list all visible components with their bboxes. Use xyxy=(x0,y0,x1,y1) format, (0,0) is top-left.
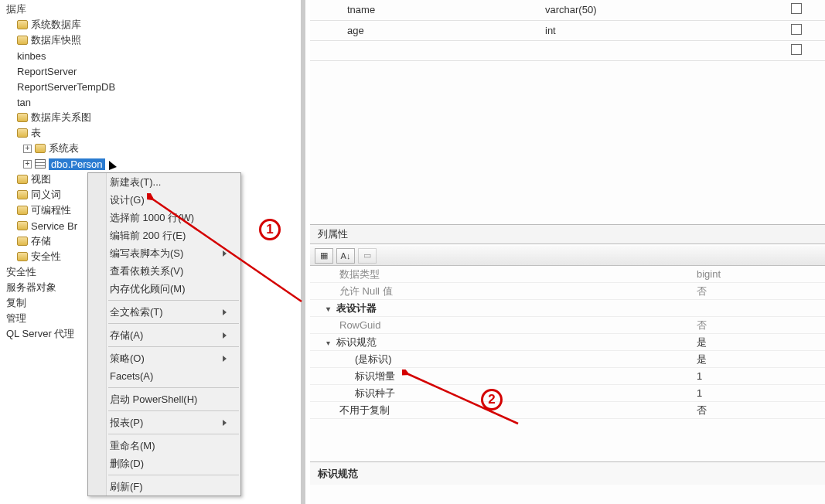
properties-grid: 数据类型 bigint 允许 Null 值 否 ▾表设计器 RowGuid 否 … xyxy=(310,266,825,458)
prop-value: 否 xyxy=(697,318,825,332)
folder-icon xyxy=(17,175,28,184)
checkbox-icon[interactable] xyxy=(791,44,802,55)
mouse-pointer-icon xyxy=(109,161,117,170)
folder-icon xyxy=(17,20,28,29)
prop-value: 1 xyxy=(697,387,825,399)
chevron-right-icon xyxy=(223,250,227,257)
cm-item-policy[interactable]: 策略(O) xyxy=(88,349,240,367)
chevron-right-icon xyxy=(223,332,227,339)
annotation-badge-1: 1 xyxy=(259,219,281,240)
tree-node-reportserver[interactable]: ReportServer xyxy=(0,63,301,79)
columns-table: tname varchar(50) age int xyxy=(310,0,825,61)
prop-row-identseed[interactable]: 标识种子 1 xyxy=(310,385,825,402)
context-menu-separator xyxy=(108,387,239,388)
alphabetical-button[interactable]: A↓ xyxy=(336,248,355,264)
cm-item-edit-200[interactable]: 编辑前 200 行(E) xyxy=(88,226,240,244)
tree-node-kinbes[interactable]: kinbes xyxy=(0,48,301,63)
column-type-cell[interactable]: int xyxy=(539,20,768,40)
context-menu-separator xyxy=(108,475,239,475)
table-row[interactable]: tname varchar(50) xyxy=(310,0,825,20)
properties-page-button[interactable]: ▭ xyxy=(358,248,377,264)
chevron-right-icon xyxy=(223,420,227,426)
prop-label: 标识种子 xyxy=(310,387,697,400)
tree-node-db-root[interactable]: 据库 xyxy=(0,2,301,17)
column-type-cell[interactable]: varchar(50) xyxy=(539,0,768,20)
tree-node-sys-db[interactable]: 系统数据库 xyxy=(0,17,301,32)
column-name-cell[interactable]: age xyxy=(310,20,539,40)
properties-toolbar: ▦ A↓ ▭ xyxy=(310,246,825,266)
column-null-cell[interactable] xyxy=(768,0,825,20)
tree-node-snapshot[interactable]: 数据库快照 xyxy=(0,32,301,48)
prop-value: 否 xyxy=(697,284,825,298)
context-menu-separator xyxy=(108,323,239,324)
chevron-down-icon[interactable]: ▾ xyxy=(324,305,332,312)
cm-item-fulltext[interactable]: 全文检索(T) xyxy=(88,303,240,321)
table-row[interactable]: age int xyxy=(310,20,825,40)
designer-panel: tname varchar(50) age int 列属性 ▦ A↓ ▭ 数据类… xyxy=(310,0,825,504)
tree-node-reportservertemp[interactable]: ReportServerTempDB xyxy=(0,79,301,94)
context-menu: 新建表(T)... 设计(G) 选择前 1000 行(W) 编辑前 200 行(… xyxy=(87,172,241,496)
prop-row-notforrepl[interactable]: 不用于复制 否 xyxy=(310,402,825,419)
prop-row-identspec[interactable]: ▾标识规范 是 xyxy=(310,334,825,351)
prop-value: 否 xyxy=(697,404,825,417)
folder-icon xyxy=(17,252,28,261)
checkbox-icon[interactable] xyxy=(791,3,802,14)
cm-item-refresh[interactable]: 刷新(F) xyxy=(88,478,240,495)
checkbox-icon[interactable] xyxy=(791,24,802,35)
prop-value: 是 xyxy=(697,352,825,366)
tree-node-tan[interactable]: tan xyxy=(0,94,301,110)
cm-item-delete[interactable]: 删除(D) xyxy=(88,455,240,472)
chevron-down-icon[interactable]: ▾ xyxy=(324,339,332,346)
cm-item-rename[interactable]: 重命名(M) xyxy=(88,437,240,455)
tree-node-systables[interactable]: +系统表 xyxy=(0,141,301,156)
tree-node-dbo-person[interactable]: + dbo.Person xyxy=(0,156,301,172)
prop-value: 1 xyxy=(697,370,825,382)
cm-item-reports[interactable]: 报表(P) xyxy=(88,414,240,431)
cm-item-memopt[interactable]: 内存优化顾问(M) xyxy=(88,280,240,298)
prop-label: 不用于复制 xyxy=(310,404,697,417)
prop-row-isident[interactable]: (是标识) 是 xyxy=(310,351,825,368)
table-icon xyxy=(35,159,46,169)
properties-header: 列属性 xyxy=(310,224,825,244)
prop-row-identincr[interactable]: 标识增量 1 xyxy=(310,368,825,385)
table-row[interactable] xyxy=(310,40,825,60)
cm-item-dependencies[interactable]: 查看依赖关系(V) xyxy=(88,262,240,280)
folder-icon xyxy=(17,206,28,215)
prop-label: ▾标识规范 xyxy=(310,335,697,349)
context-menu-separator xyxy=(108,434,239,434)
categorized-button[interactable]: ▦ xyxy=(315,248,333,264)
folder-icon xyxy=(17,36,28,45)
cm-item-script-as[interactable]: 编写表脚本为(S) xyxy=(88,244,240,262)
prop-label: RowGuid xyxy=(310,319,697,331)
prop-row-rowguid[interactable]: RowGuid 否 xyxy=(310,317,825,334)
prop-row-datatype[interactable]: 数据类型 bigint xyxy=(310,266,825,283)
cm-item-new-table[interactable]: 新建表(T)... xyxy=(88,173,240,191)
cm-item-design[interactable]: 设计(G) xyxy=(88,191,240,209)
folder-icon xyxy=(17,221,28,230)
prop-value: 是 xyxy=(697,335,825,349)
prop-value: bigint xyxy=(697,268,825,280)
context-menu-separator xyxy=(108,346,239,347)
folder-icon xyxy=(17,237,28,246)
expand-icon[interactable]: + xyxy=(23,160,32,169)
column-null-cell[interactable] xyxy=(768,20,825,40)
folder-icon xyxy=(17,113,28,122)
tree-node-rel-diagram[interactable]: 数据库关系图 xyxy=(0,110,301,125)
prop-row-tabledesign[interactable]: ▾表设计器 xyxy=(310,300,825,317)
prop-label: 标识增量 xyxy=(310,369,697,383)
prop-label: ▾表设计器 xyxy=(310,301,697,315)
expand-icon[interactable]: + xyxy=(23,145,32,153)
properties-description: 标识规范 xyxy=(310,461,825,485)
prop-label: 数据类型 xyxy=(310,267,697,281)
annotation-badge-2: 2 xyxy=(481,389,503,410)
chevron-right-icon xyxy=(223,356,227,362)
prop-row-nullable[interactable]: 允许 Null 值 否 xyxy=(310,283,825,300)
context-menu-separator xyxy=(108,300,239,301)
cm-item-facets[interactable]: Facets(A) xyxy=(88,367,240,385)
selected-tree-label: dbo.Person xyxy=(49,158,105,170)
cm-item-powershell[interactable]: 启动 PowerShell(H) xyxy=(88,390,240,408)
cm-item-select-1000[interactable]: 选择前 1000 行(W) xyxy=(88,209,240,226)
tree-node-tables[interactable]: 表 xyxy=(0,125,301,141)
cm-item-storage[interactable]: 存储(A) xyxy=(88,326,240,344)
column-name-cell[interactable]: tname xyxy=(310,0,539,20)
